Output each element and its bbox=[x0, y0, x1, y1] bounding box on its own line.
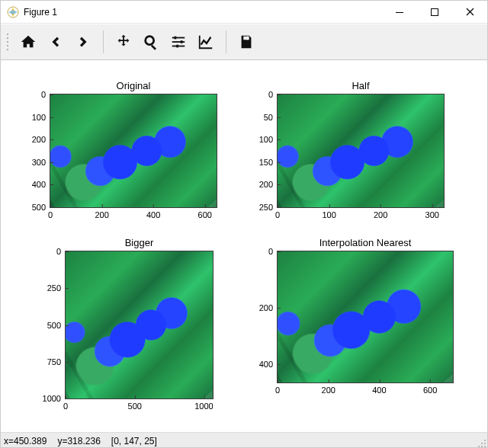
titlebar: Figure 1 bbox=[1, 1, 487, 24]
xtick: 600 bbox=[423, 382, 437, 395]
resize-grip[interactable] bbox=[475, 437, 486, 447]
arrow-left-icon bbox=[47, 34, 64, 50]
plot-image bbox=[50, 94, 217, 207]
ytick: 250 bbox=[47, 283, 66, 293]
toolbar-separator bbox=[103, 30, 104, 53]
save-icon bbox=[238, 34, 255, 50]
status-y: y=318.236 bbox=[57, 436, 100, 446]
xtick: 0 bbox=[275, 207, 280, 219]
svg-point-3 bbox=[146, 37, 154, 45]
status-rgb: [0, 147, 25] bbox=[111, 436, 157, 446]
ytick: 0 bbox=[56, 247, 66, 256]
window-minimize-button[interactable] bbox=[382, 1, 417, 24]
xtick: 200 bbox=[322, 382, 336, 395]
forward-button[interactable] bbox=[69, 28, 97, 56]
move-icon bbox=[115, 34, 132, 50]
toolbar-handle[interactable] bbox=[5, 28, 11, 56]
ytick: 400 bbox=[259, 360, 278, 369]
svg-rect-8 bbox=[175, 37, 177, 40]
xtick: 600 bbox=[198, 207, 212, 219]
ytick: 150 bbox=[259, 158, 278, 167]
xtick: 200 bbox=[95, 207, 108, 219]
ytick: 750 bbox=[47, 357, 66, 366]
ytick: 500 bbox=[47, 321, 66, 330]
ytick: 100 bbox=[259, 135, 278, 144]
ytick: 0 bbox=[268, 90, 278, 99]
ytick: 0 bbox=[268, 247, 278, 256]
figure-canvas[interactable]: Original 0 100 200 300 400 500 0 200 400… bbox=[1, 60, 487, 432]
xtick: 400 bbox=[146, 207, 160, 219]
ytick: 200 bbox=[259, 303, 278, 312]
configure-subplots-button[interactable] bbox=[165, 28, 192, 56]
subplot-title: Interpolation Nearest bbox=[277, 237, 454, 248]
subplot-title: Original bbox=[50, 80, 217, 91]
home-button[interactable] bbox=[14, 28, 42, 56]
status-x: x=450.389 bbox=[4, 436, 47, 446]
app-icon bbox=[7, 6, 19, 18]
window-maximize-button[interactable] bbox=[417, 1, 452, 24]
axes[interactable]: 0 50 100 150 200 250 0 100 200 300 bbox=[277, 94, 445, 208]
subplot-bigger: Bigger 0 250 500 750 1000 0 500 1000 bbox=[65, 251, 214, 399]
home-icon bbox=[20, 34, 37, 50]
xtick: 200 bbox=[374, 207, 387, 219]
line-chart-icon bbox=[197, 34, 214, 50]
axes[interactable]: 0 100 200 300 400 500 0 200 400 600 bbox=[50, 94, 217, 208]
ytick: 200 bbox=[32, 135, 50, 144]
plot-image bbox=[278, 251, 453, 382]
edit-axes-button[interactable] bbox=[192, 28, 220, 56]
plot-image bbox=[278, 94, 444, 207]
xtick: 0 bbox=[48, 207, 53, 219]
toolbar bbox=[1, 24, 487, 60]
svg-rect-2 bbox=[432, 8, 438, 15]
back-button[interactable] bbox=[42, 28, 69, 56]
save-button[interactable] bbox=[233, 28, 260, 56]
ytick: 300 bbox=[32, 158, 50, 167]
plot-image bbox=[66, 251, 213, 398]
search-icon bbox=[143, 34, 159, 50]
ytick: 50 bbox=[264, 113, 278, 122]
arrow-right-icon bbox=[75, 34, 92, 50]
toolbar-separator bbox=[226, 30, 226, 53]
ytick: 400 bbox=[32, 180, 50, 189]
ytick: 100 bbox=[32, 113, 50, 122]
subplot-title: Half bbox=[277, 80, 445, 91]
xtick: 0 bbox=[63, 398, 68, 411]
pan-button[interactable] bbox=[110, 28, 137, 56]
subplot-interp-nearest: Interpolation Nearest 0 200 400 0 200 40… bbox=[277, 251, 454, 383]
subplot-half: Half 0 50 100 150 200 250 0 100 200 300 bbox=[277, 94, 445, 208]
svg-rect-1 bbox=[396, 12, 403, 13]
subplot-original: Original 0 100 200 300 400 500 0 200 400… bbox=[50, 94, 217, 208]
subplot-title: Bigger bbox=[65, 237, 214, 248]
svg-rect-11 bbox=[247, 37, 249, 40]
xtick: 1000 bbox=[194, 398, 213, 411]
zoom-button[interactable] bbox=[137, 28, 165, 56]
xtick: 300 bbox=[425, 207, 439, 219]
window-title: Figure 1 bbox=[24, 7, 57, 18]
axes[interactable]: 0 250 500 750 1000 0 500 1000 bbox=[65, 251, 214, 399]
ytick: 0 bbox=[41, 90, 50, 99]
xtick: 100 bbox=[322, 207, 336, 219]
window-close-button[interactable] bbox=[452, 1, 487, 24]
xtick: 400 bbox=[372, 382, 386, 395]
xtick: 0 bbox=[275, 382, 280, 395]
statusbar: x=450.389 y=318.236 [0, 147, 25] bbox=[1, 432, 487, 448]
axes[interactable]: 0 200 400 0 200 400 600 bbox=[277, 251, 454, 383]
svg-rect-9 bbox=[181, 40, 183, 43]
ytick: 200 bbox=[259, 180, 278, 189]
xtick: 500 bbox=[128, 398, 142, 411]
svg-rect-4 bbox=[151, 45, 156, 50]
sliders-icon bbox=[170, 34, 187, 50]
svg-rect-10 bbox=[176, 45, 178, 48]
ytick: 1000 bbox=[43, 394, 66, 403]
